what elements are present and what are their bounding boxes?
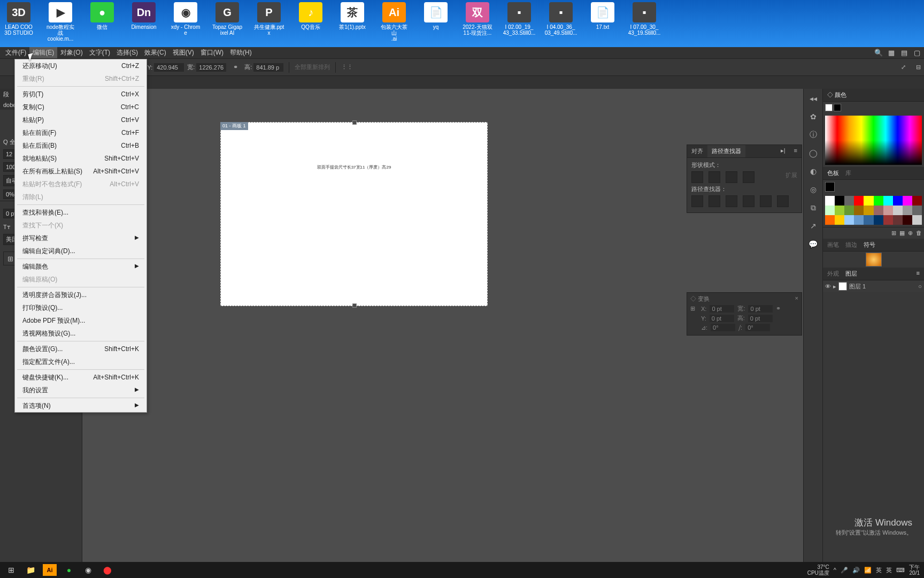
- menu-item[interactable]: 剪切(T)Ctrl+X: [15, 88, 147, 101]
- info-icon[interactable]: ⓘ: [808, 130, 819, 140]
- unite-button[interactable]: [691, 171, 703, 183]
- desktop-icon[interactable]: 📄yq: [420, 2, 451, 46]
- search-icon[interactable]: 🔍: [874, 48, 883, 58]
- desktop-icon[interactable]: P共生健康.ppt x: [253, 2, 284, 46]
- expand-icon[interactable]: ⤢: [897, 62, 909, 73]
- crop-button[interactable]: [743, 195, 754, 207]
- swatch[interactable]: [874, 196, 883, 206]
- symbols-tab[interactable]: 符号: [864, 241, 875, 249]
- gradient-icon[interactable]: ◐: [808, 166, 819, 177]
- menu-item[interactable]: 粘贴(P)Ctrl+V: [15, 113, 147, 126]
- layer-name[interactable]: 图层 1: [849, 283, 866, 291]
- swatch[interactable]: [844, 215, 854, 225]
- pathfinder-panel[interactable]: 对齐 路径查找器 ▸| ≡ 形状模式： 扩展 路径查找器：: [687, 144, 802, 213]
- circle-icon[interactable]: ◯: [808, 148, 819, 158]
- collapse-icon[interactable]: ⊟: [912, 62, 924, 73]
- gear-icon[interactable]: ✿: [808, 111, 819, 122]
- panel-collapse-icon[interactable]: ▸|: [776, 145, 790, 157]
- color-panel-tab[interactable]: ◇ 颜色: [823, 89, 924, 102]
- menu-item[interactable]: 指定配置文件(A)...: [15, 355, 147, 368]
- swatch[interactable]: [864, 215, 873, 225]
- overlap-icon[interactable]: ⧉: [808, 202, 819, 213]
- merge-button[interactable]: [726, 195, 737, 207]
- swatch[interactable]: [854, 196, 864, 206]
- paragraph-tab[interactable]: 段: [3, 90, 9, 98]
- trim-button[interactable]: [709, 195, 720, 207]
- menu-item[interactable]: 透视网格预设(G)...: [15, 327, 147, 340]
- outline-button[interactable]: [760, 195, 772, 207]
- minus-back-button[interactable]: [777, 195, 789, 207]
- color-spectrum[interactable]: [825, 116, 922, 165]
- swatch[interactable]: [874, 215, 883, 225]
- swatch[interactable]: [883, 215, 893, 225]
- menu-3[interactable]: 文字(T): [86, 47, 113, 58]
- chrome-taskbar-icon[interactable]: ◉: [81, 564, 95, 576]
- desktop-icon[interactable]: ♪QQ音乐: [295, 2, 326, 46]
- menu-item[interactable]: 贴在后面(B)Ctrl+B: [15, 139, 147, 152]
- menu-0[interactable]: 文件(F): [2, 47, 29, 58]
- collapse-dock-icon[interactable]: ◂◂: [808, 93, 819, 104]
- swatch[interactable]: [893, 215, 903, 225]
- pathfinder-tab[interactable]: 路径查找器: [707, 145, 745, 157]
- symbol-thumb[interactable]: [866, 253, 882, 267]
- swatch[interactable]: [893, 206, 903, 215]
- swatch[interactable]: [903, 196, 912, 206]
- align-tab[interactable]: 对齐: [687, 145, 707, 157]
- menu-item[interactable]: 在所有画板上粘贴(S)Alt+Shift+Ctrl+V: [15, 165, 147, 178]
- swatch-lib-icon[interactable]: ⊞: [891, 230, 896, 237]
- menu-item[interactable]: 就地粘贴(S)Shift+Ctrl+V: [15, 152, 147, 165]
- menu-item[interactable]: 颜色设置(G)...Shift+Ctrl+K: [15, 343, 147, 355]
- menu-item[interactable]: 编辑自定词典(D)...: [15, 245, 147, 257]
- menu-item[interactable]: 拼写检查▶: [15, 232, 147, 245]
- desktop-icon[interactable]: GTopaz Gigap ixel AI: [212, 2, 243, 46]
- swatch[interactable]: [835, 215, 844, 225]
- desktop-icon[interactable]: DnDimension: [128, 2, 159, 46]
- stroke-tab[interactable]: 描边: [845, 241, 857, 249]
- menu-item[interactable]: 我的设置▶: [15, 384, 147, 397]
- y-field[interactable]: 420.945: [154, 63, 184, 72]
- layout-stack-icon[interactable]: ▤: [899, 48, 909, 58]
- stroke-swatch[interactable]: [834, 104, 841, 111]
- desktop-icon[interactable]: 3DLEAD COO 3D STUDIO: [3, 2, 34, 46]
- fill-swatch[interactable]: [825, 104, 833, 111]
- swatch-del-icon[interactable]: 🗑: [916, 230, 922, 237]
- start-icon[interactable]: ⊞: [4, 564, 18, 576]
- swatch[interactable]: [844, 196, 854, 206]
- menu-item[interactable]: 键盘快捷键(K)...Alt+Shift+Ctrl+K: [15, 371, 147, 384]
- width-field[interactable]: 1226.276: [196, 63, 226, 72]
- desktop-icon[interactable]: ●微信: [87, 2, 118, 46]
- menu-2[interactable]: 对象(O): [57, 47, 86, 58]
- menu-4[interactable]: 选择(S): [113, 47, 141, 58]
- wifi-icon[interactable]: 📶: [864, 567, 872, 574]
- desktop-icon[interactable]: Ai包装六大茶山 .ai: [379, 2, 410, 46]
- target-icon[interactable]: ○: [918, 283, 922, 290]
- swatch[interactable]: [825, 215, 835, 225]
- desktop-icon[interactable]: 双2022-天猫双 11-现货注...: [462, 2, 493, 46]
- angle-field[interactable]: 0°: [711, 324, 735, 331]
- desktop-icon[interactable]: 📄17.txt: [587, 2, 618, 46]
- transform-tab[interactable]: ◇ 变换: [690, 295, 710, 303]
- ty-field[interactable]: 0 pt: [710, 315, 734, 322]
- th-field[interactable]: 0 pt: [748, 315, 773, 322]
- ime-icon[interactable]: 英: [876, 566, 882, 574]
- layout-grid-icon[interactable]: ▦: [887, 48, 896, 58]
- desktop-icon[interactable]: ▪I 07.00_30_ 43_19.Still0...: [629, 2, 660, 46]
- layers-tab[interactable]: 图层: [845, 270, 857, 278]
- desktop-icon[interactable]: ▪I 02.00_19_ 43_33.Still0...: [504, 2, 535, 46]
- comment-icon[interactable]: 💬: [808, 239, 819, 249]
- artboard[interactable]: 01 - 画板 1 双面手提袋尺寸长37宽11（厚度）高29: [220, 122, 488, 306]
- menu-item[interactable]: 打印预设(Q)...: [15, 301, 147, 314]
- desktop-icon[interactable]: ▶node教程实 战cookie.m...: [45, 2, 76, 46]
- minus-front-button[interactable]: [709, 171, 720, 183]
- height-field[interactable]: 841.89 p: [253, 63, 283, 72]
- current-fill[interactable]: [825, 182, 835, 192]
- libraries-tab[interactable]: 库: [845, 169, 851, 177]
- swatch[interactable]: [893, 196, 903, 206]
- swatch[interactable]: [854, 206, 864, 215]
- menu-item[interactable]: 首选项(N)▶: [15, 399, 147, 412]
- wechat-taskbar-icon[interactable]: ●: [62, 564, 76, 576]
- desktop-icon[interactable]: 茶茶1(1).pptx: [337, 2, 368, 46]
- realign-button[interactable]: 全部重新排列: [295, 63, 330, 71]
- swatch[interactable]: [864, 196, 873, 206]
- divide-button[interactable]: [691, 195, 703, 207]
